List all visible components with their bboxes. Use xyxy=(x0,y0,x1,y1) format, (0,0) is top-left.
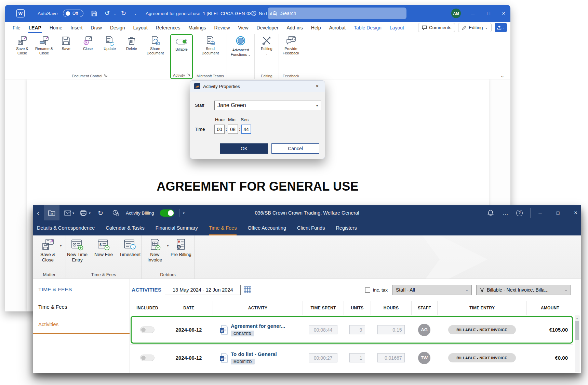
tab-mailings[interactable]: Mailings xyxy=(188,25,206,30)
tab-leap[interactable]: LEAP xyxy=(29,25,41,30)
refresh-icon[interactable]: ↻ xyxy=(98,205,103,220)
tab-design[interactable]: Design xyxy=(110,25,125,30)
inc-tax-checkbox[interactable] xyxy=(365,287,370,293)
minimize-button[interactable]: – xyxy=(467,5,479,22)
advanced-functions-button[interactable]: Advanced Functions ⌄ xyxy=(230,36,252,57)
date-range-input[interactable]: 13 May 2024 - 12 Jun 2024 xyxy=(165,285,241,295)
tab-draw[interactable]: Draw xyxy=(91,25,102,30)
notifications-bell-icon[interactable] xyxy=(487,205,494,220)
staff-dropdown[interactable]: Jane Green ▾ xyxy=(214,101,321,110)
tab-file[interactable]: File xyxy=(13,25,21,30)
leap-maximize-button[interactable]: □ xyxy=(552,205,564,220)
redo-icon[interactable]: ↻ xyxy=(121,5,126,22)
time-spent-field[interactable]: 00:00:27 xyxy=(309,353,337,362)
save-button[interactable]: Save xyxy=(57,36,75,51)
provide-feedback-button[interactable]: Provide Feedback xyxy=(282,36,300,55)
email-icon[interactable] xyxy=(64,205,71,220)
comments-button[interactable]: Comments xyxy=(418,23,455,32)
tab-help[interactable]: Help xyxy=(311,25,321,30)
cancel-button[interactable]: Cancel xyxy=(271,143,319,154)
share-button[interactable]: ⌄ xyxy=(495,23,507,32)
update-button[interactable]: Update xyxy=(101,36,119,51)
tab-insert[interactable]: Insert xyxy=(70,25,82,30)
email-caret-icon[interactable]: ▾ xyxy=(72,205,74,220)
sidebar-item-time-fees[interactable]: Time & Fees xyxy=(33,298,130,316)
undo-chevron-icon[interactable]: ⌄ xyxy=(113,5,116,22)
col-hours[interactable]: HOURS xyxy=(371,301,411,315)
hours-field[interactable]: 0.01667 xyxy=(377,353,405,362)
share-document-button[interactable]: Share Document xyxy=(144,36,166,55)
leap-minimize-button[interactable]: – xyxy=(534,205,546,220)
activity-billing-toggle[interactable] xyxy=(160,205,174,220)
print-icon[interactable] xyxy=(80,205,87,220)
min-field[interactable]: 08 xyxy=(228,125,238,134)
dialog-launcher-icon[interactable] xyxy=(187,74,190,77)
rename-and-close-button[interactable]: Rename & Close xyxy=(35,36,53,55)
editing-mode-button[interactable]: Editing ⌄ xyxy=(458,23,492,32)
units-field[interactable]: 1 xyxy=(349,353,365,362)
help-icon[interactable]: ? xyxy=(516,205,523,220)
undo-icon[interactable]: ↺ xyxy=(105,5,110,22)
hours-field[interactable]: 0.15 xyxy=(377,325,405,334)
editing-button[interactable]: Editing⌄ xyxy=(257,36,276,55)
pre-billing-button[interactable]: R$ Pre Billing xyxy=(170,239,192,257)
back-icon[interactable]: ‹ xyxy=(37,205,39,220)
tab-details-correspondence[interactable]: Details & Correspondence xyxy=(37,220,95,235)
tab-developer[interactable]: Developer xyxy=(257,25,279,30)
col-units[interactable]: UNITS xyxy=(344,301,371,315)
time-spent-field[interactable]: 00:08:44 xyxy=(309,325,337,334)
table-scrollbar[interactable]: ▲ xyxy=(575,316,579,372)
table-row-agreement[interactable]: 2024-06-12 W Agreement for gener... CREA… xyxy=(130,315,573,345)
tab-review[interactable]: Review xyxy=(214,25,230,30)
matter-folder-button[interactable]: M xyxy=(44,205,59,220)
calendar-icon[interactable] xyxy=(243,286,252,294)
dialog-titlebar[interactable]: Activity Properties × xyxy=(190,81,325,92)
autosave-toggle[interactable]: Off xyxy=(63,5,83,22)
billing-dropdown-caret-icon[interactable]: ▾ xyxy=(179,209,185,217)
billable-toggle-button[interactable]: Billable xyxy=(172,36,191,52)
ok-button[interactable]: OK xyxy=(220,143,268,154)
col-included[interactable]: INCLUDED xyxy=(130,301,165,315)
scrollbar-thumb[interactable] xyxy=(575,321,579,340)
more-options-icon[interactable]: … xyxy=(503,205,508,220)
tab-client-funds[interactable]: Client Funds xyxy=(297,220,325,235)
staff-filter-dropdown[interactable]: Staff - All ⌄ xyxy=(392,285,472,295)
tab-registers[interactable]: Registers xyxy=(336,220,357,235)
dialog-close-icon[interactable]: × xyxy=(313,83,321,89)
leap-close-button[interactable]: × xyxy=(570,205,582,220)
save-and-close-button[interactable]: Save & Close xyxy=(13,36,31,55)
scrollbar-up-icon[interactable]: ▲ xyxy=(575,316,579,320)
col-activity[interactable]: ACTIVITY xyxy=(213,301,303,315)
new-invoice-caret-icon[interactable]: ▾ xyxy=(167,244,169,247)
delete-button[interactable]: Delete xyxy=(122,36,141,51)
tab-home[interactable]: Home xyxy=(50,25,62,30)
new-fee-button[interactable]: $ New Fee xyxy=(93,239,115,257)
col-date[interactable]: DATE xyxy=(165,301,213,315)
new-invoice-button[interactable]: New Invoice xyxy=(144,239,166,263)
billing-filter-dropdown[interactable]: Billable - Next Invoice, Billa... ⌄ xyxy=(476,285,571,295)
leap-save-close-button[interactable]: Save & Close xyxy=(37,239,59,263)
save-close-caret-icon[interactable]: ▾ xyxy=(60,244,62,247)
send-document-button[interactable]: Send Document xyxy=(199,36,221,55)
maximize-button[interactable]: □ xyxy=(483,5,494,22)
tab-references[interactable]: References xyxy=(156,25,181,30)
time-entry-pill[interactable]: BILLABLE - NEXT INVOICE xyxy=(448,353,516,362)
units-field[interactable]: 9 xyxy=(349,325,365,334)
tab-office-accounting[interactable]: Office Accounting xyxy=(248,220,286,235)
sec-field[interactable]: 44 xyxy=(241,125,251,134)
tab-time-fees[interactable]: Time & Fees xyxy=(209,220,237,235)
timesheet-button[interactable]: Timesheet xyxy=(116,239,144,257)
print-caret-icon[interactable]: ▾ xyxy=(89,205,91,220)
col-amount[interactable]: AMOUNT xyxy=(526,301,573,315)
tab-table-layout[interactable]: Layout xyxy=(390,25,404,30)
sidebar-item-activities[interactable]: Activities xyxy=(33,316,130,334)
new-time-entry-button[interactable]: New Time Entry xyxy=(63,239,91,263)
tab-table-design[interactable]: Table Design xyxy=(354,25,382,30)
collapse-ribbon-icon[interactable]: ⌄ xyxy=(500,73,504,78)
tab-addins[interactable]: Add-ins xyxy=(286,25,303,30)
search-box[interactable]: Search xyxy=(268,8,406,19)
included-toggle[interactable] xyxy=(140,355,155,361)
included-toggle[interactable] xyxy=(140,326,155,333)
activity-title-link[interactable]: Agreement for gener... xyxy=(231,323,285,329)
tab-calendar-tasks[interactable]: Calendar & Tasks xyxy=(106,220,144,235)
